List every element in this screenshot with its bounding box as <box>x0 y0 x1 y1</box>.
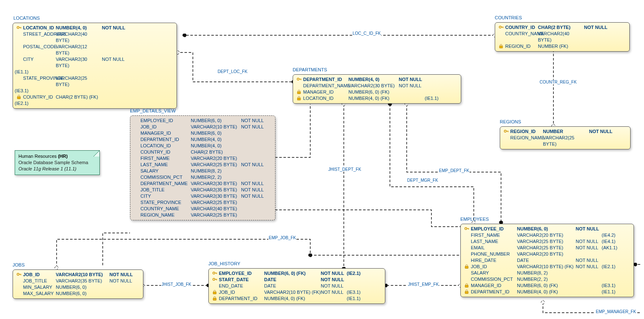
column-index <box>425 76 442 83</box>
fk-label-emp-job: EMP_JOB_FK <box>268 235 296 240</box>
column-type: VARCHAR2(30 BYTE) <box>348 83 399 89</box>
column-notnull: NOT NULL <box>321 277 347 283</box>
column-name: JOB_ID <box>219 289 264 295</box>
column-name: END_DATE <box>219 283 264 289</box>
blank-icon <box>462 270 471 276</box>
blank-icon <box>497 31 505 43</box>
column-type: NUMBER(6, 0) <box>191 118 241 124</box>
column-name: STREET_ADDRESS <box>23 31 56 44</box>
blank-icon <box>462 238 471 245</box>
lock-icon <box>210 295 219 302</box>
column-notnull: NOT NULL <box>321 270 347 277</box>
column-notnull <box>399 95 425 102</box>
lock-icon <box>462 264 471 270</box>
emp-details-view-entity[interactable]: EMPLOYEE_IDNUMBER(6, 0)NOT NULLJOB_IDVAR… <box>130 115 275 220</box>
blank-icon <box>295 83 303 89</box>
column-notnull <box>241 143 267 149</box>
column-index: (IE3.1) <box>15 88 23 94</box>
column-name: EMPLOYEE_ID <box>471 226 517 232</box>
column-notnull: NOT NULL <box>399 76 425 83</box>
column-name: LOCATION_ID <box>23 25 56 31</box>
column-name: REGION_ID <box>510 128 543 135</box>
column-index: (IE1.1) <box>15 69 23 75</box>
emp-details-view-title: EMP_DETAILS_VIEW <box>130 108 176 113</box>
countries-entity[interactable]: COUNTRY_IDCHAR(2 BYTE)NOT NULLCOUNTRY_NA… <box>495 22 630 52</box>
column-row: CITYVARCHAR2(30 BYTE)NOT NULL <box>130 193 275 199</box>
column-index <box>602 251 619 257</box>
column-notnull <box>584 43 610 50</box>
column-name: FIRST_NAME <box>471 232 517 238</box>
job-history-entity[interactable]: EMPLOYEE_IDNUMBER(6, 0) (FK)NOT NULL(IE2… <box>208 268 385 304</box>
column-notnull <box>241 130 267 136</box>
column-notnull <box>241 174 267 180</box>
column-name: POSTAL_CODE <box>23 44 56 56</box>
key-icon <box>210 270 219 277</box>
job-history-title: JOB_HISTORY <box>208 261 240 266</box>
blank-icon <box>132 118 140 124</box>
column-row: EMAILVARCHAR2(25 BYTE)NOT NULL(AK1.1) <box>461 245 634 251</box>
column-type: NUMBER(6, 0) <box>56 290 109 297</box>
column-type: CHAR(2 BYTE) (FK) <box>56 94 102 100</box>
column-name: STATE_PROVINCE <box>23 75 56 88</box>
blank-icon <box>502 135 510 147</box>
column-name: DEPARTMENT_NAME <box>303 83 348 89</box>
column-notnull <box>102 75 128 88</box>
blank-icon <box>132 162 140 168</box>
jobs-entity[interactable]: JOB_IDVARCHAR2(10 BYTE)NOT NULLJOB_TITLE… <box>13 269 143 299</box>
column-name: COUNTRY_ID <box>23 94 56 100</box>
column-row: SALARYNUMBER(8, 2) <box>130 168 275 174</box>
column-index: (IE4.1) <box>602 238 619 245</box>
column-type: VARCHAR2(20 BYTE) <box>517 251 576 257</box>
blank-icon <box>15 278 23 284</box>
employees-entity[interactable]: EMPLOYEE_IDNUMBER(6, 0)NOT NULLFIRST_NAM… <box>460 224 634 297</box>
column-row: COUNTRY_IDCHAR(2 BYTE)NOT NULL <box>495 24 629 31</box>
column-name: DEPARTMENT_ID <box>471 289 517 295</box>
column-row: COMMISSION_PCTNUMBER(2, 2) <box>461 276 634 282</box>
column-notnull <box>102 44 128 56</box>
column-name: LOCATION_ID <box>140 143 191 149</box>
column-notnull: NOT NULL <box>241 118 267 124</box>
column-row: HIRE_DATEDATENOT NULL <box>461 257 634 264</box>
column-row: LAST_NAMEVARCHAR2(25 BYTE)NOT NULL(IE4.1… <box>461 238 634 245</box>
column-notnull: NOT NULL <box>241 124 267 130</box>
column-type: VARCHAR2(10 BYTE) <box>56 272 109 278</box>
jobs-title: JOBS <box>13 262 25 267</box>
column-type: NUMBER(6, 0) (FK) <box>264 270 321 277</box>
column-notnull: NOT NULL <box>241 193 267 199</box>
column-index: (IE2.1) <box>15 100 23 107</box>
column-type: VARCHAR2(35 BYTE) <box>191 187 241 193</box>
departments-entity[interactable]: DEPARTMENT_IDNUMBER(4, 0)NOT NULLDEPARTM… <box>293 74 461 104</box>
column-name: COMMISSION_PCT <box>140 174 191 180</box>
blank-icon <box>15 44 23 56</box>
column-notnull: NOT NULL <box>241 162 267 168</box>
column-row: STREET_ADDRESSVARCHAR2(40 BYTE) <box>13 31 177 44</box>
column-name: DEPARTMENT_NAME <box>140 180 191 187</box>
column-name: START_DATE <box>219 277 264 283</box>
schema-note: Human Resources (HR)Human Resources (HR)… <box>15 150 100 175</box>
locations-entity[interactable]: LOCATION_IDNUMBER(4, 0)NOT NULLSTREET_AD… <box>13 23 177 109</box>
lock-icon <box>210 289 219 295</box>
blank-icon <box>132 199 140 206</box>
column-name: COUNTRY_NAME <box>140 206 191 212</box>
column-type: VARCHAR2(25 BYTE) <box>191 212 241 218</box>
column-row: MAX_SALARYNUMBER(6, 0) <box>13 290 143 297</box>
regions-entity[interactable]: REGION_IDNUMBERNOT NULLREGION_NAMEVARCHA… <box>500 126 631 149</box>
locations-title: LOCATIONS <box>13 16 40 21</box>
blank-icon <box>132 155 140 162</box>
lock-icon <box>15 94 23 100</box>
column-name: EMPLOYEE_ID <box>219 270 264 277</box>
column-notnull: NOT NULL <box>399 83 425 89</box>
column-type: VARCHAR2(40 BYTE) <box>56 31 102 44</box>
column-notnull: NOT NULL <box>109 278 135 284</box>
column-type: NUMBER(2, 2) <box>517 276 576 282</box>
column-row: JOB_IDVARCHAR2(10 BYTE)NOT NULL <box>130 124 275 130</box>
column-notnull: NOT NULL <box>576 226 602 232</box>
column-name: JOB_TITLE <box>140 187 191 193</box>
column-notnull: NOT NULL <box>589 128 615 135</box>
note-line3: Oracle 11g Release 1 (11.1) <box>18 166 76 171</box>
column-type: NUMBER(4, 0) (FK) <box>348 95 399 102</box>
column-row: LOCATION_IDNUMBER(4, 0) (FK)(IE1.1) <box>293 95 461 102</box>
fk-label-jhist-emp: JHIST_EMP_FK <box>408 282 439 287</box>
column-notnull <box>241 149 267 155</box>
column-notnull <box>241 212 267 218</box>
